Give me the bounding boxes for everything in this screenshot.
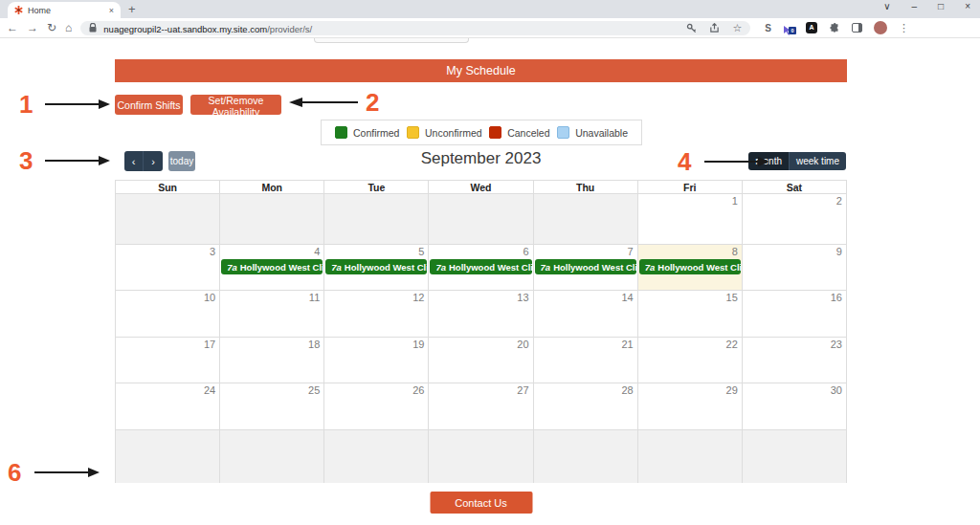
calendar-day[interactable]: 15 (638, 291, 743, 337)
window-minimize-icon[interactable]: – (912, 1, 918, 11)
calendar-day[interactable]: 29 (638, 383, 743, 429)
event-title: Hollywood West Clinic (240, 262, 323, 273)
shift-event-confirmed[interactable]: 7aHollywood West Clinic (325, 259, 427, 274)
date-number: 14 (621, 292, 633, 303)
calendar-day[interactable]: 22 (638, 338, 743, 383)
calendar-day-outside[interactable] (324, 194, 429, 244)
calendar-day-outside[interactable] (116, 194, 220, 244)
home-icon[interactable]: ⌂ (65, 21, 72, 34)
calendar-day-outside[interactable] (534, 430, 638, 483)
calendar-day[interactable]: 17 (116, 338, 220, 383)
bookmark-star-icon[interactable]: ☆ (732, 22, 742, 34)
date-number: 26 (412, 384, 424, 396)
extension-badge: 0 (789, 27, 796, 34)
event-time: 7a (331, 262, 342, 273)
annotation-number-6: 6 (8, 460, 21, 485)
calendar-day[interactable]: 21 (534, 338, 638, 383)
extension-a-icon[interactable]: A (806, 22, 817, 33)
empty-week-row (116, 430, 846, 483)
annotation-number-1: 1 (19, 92, 33, 117)
calendar-day[interactable]: 28 (534, 383, 638, 429)
calendar-day[interactable]: 16 (743, 291, 846, 337)
password-key-icon[interactable] (686, 23, 697, 33)
side-panel-icon[interactable] (852, 23, 862, 33)
annotation-number-3: 3 (19, 148, 33, 173)
shift-event-confirmed[interactable]: 7aHollywood West Clinic (639, 259, 741, 274)
profile-avatar[interactable] (874, 21, 887, 34)
calendar-day[interactable]: 27 (429, 383, 533, 429)
calendar-day-outside[interactable] (220, 430, 324, 483)
calendar-day-outside[interactable] (220, 194, 324, 244)
tab-close-icon[interactable]: × (109, 6, 114, 15)
new-tab-button[interactable]: + (128, 2, 136, 16)
calendar-day[interactable]: 9 (743, 245, 846, 290)
calendar-day[interactable]: 18 (220, 338, 324, 383)
window-menu-chevron-icon[interactable]: ∨ (883, 1, 890, 11)
browser-menu-icon[interactable]: ⋮ (899, 22, 909, 34)
calendar-day-outside[interactable] (534, 194, 638, 244)
calendar-day[interactable]: 13 (429, 291, 533, 337)
inspector-extension-icon[interactable]: 0 (783, 22, 794, 33)
legend-label: Canceled (507, 127, 549, 139)
date-number: 17 (204, 339, 215, 350)
calendar-day-today[interactable]: 87aHollywood West Clinic (638, 245, 743, 290)
date-number: 13 (517, 292, 528, 303)
calendar-day[interactable]: 25 (220, 383, 324, 429)
address-bar[interactable]: nuagegroupil2--uat.sandbox.my.site.com/p… (80, 21, 750, 35)
calendar-day-outside[interactable] (743, 430, 846, 483)
view-week-time-button[interactable]: week time (789, 152, 846, 170)
shift-event-confirmed[interactable]: 7aHollywood West Clinic (430, 259, 531, 274)
calendar-day[interactable]: 1 (638, 194, 743, 244)
window-maximize-icon[interactable]: □ (938, 1, 944, 11)
calendar-day[interactable]: 30 (743, 383, 846, 429)
calendar-day-outside[interactable] (429, 194, 533, 244)
calendar-day[interactable]: 2 (743, 194, 846, 244)
extensions-puzzle-icon[interactable] (829, 22, 840, 33)
forward-icon[interactable]: → (27, 21, 38, 34)
share-icon[interactable] (709, 23, 720, 33)
date-number: 30 (831, 384, 842, 396)
calendar-day[interactable]: 24 (116, 383, 220, 429)
set-remove-availability-button[interactable]: Set/Remove Availability (190, 95, 281, 115)
calendar-day[interactable]: 12 (324, 291, 429, 337)
calendar-day[interactable]: 47aHollywood West Clinic (220, 245, 324, 290)
calendar-day-outside[interactable] (324, 430, 429, 483)
shift-event-confirmed[interactable]: 7aHollywood West Clinic (535, 259, 636, 274)
calendar-day[interactable]: 67aHollywood West Clinic (429, 245, 533, 290)
date-number: 11 (309, 292, 320, 303)
extension-s-icon[interactable]: S (765, 23, 771, 33)
date-number: 19 (412, 339, 424, 350)
annotation-arrow-1 (45, 98, 110, 110)
reload-icon[interactable]: ↻ (47, 21, 56, 34)
shift-event-confirmed[interactable]: 7aHollywood West Clinic (221, 259, 323, 274)
date-number: 5 (418, 246, 424, 257)
contact-us-button[interactable]: Contact Us (430, 492, 532, 514)
event-time: 7a (227, 262, 237, 273)
calendar-day[interactable]: 14 (534, 291, 638, 337)
calendar-day-outside[interactable] (429, 430, 533, 483)
calendar-day-outside[interactable] (638, 430, 743, 483)
calendar-day[interactable]: 20 (429, 338, 533, 383)
calendar-day[interactable]: 23 (743, 338, 846, 383)
date-number: 18 (308, 339, 320, 350)
calendar-day[interactable]: 3 (116, 245, 220, 290)
legend-label: Unavailable (575, 127, 628, 139)
calendar-day[interactable]: 11 (220, 291, 324, 337)
calendar-day-outside[interactable] (116, 430, 220, 483)
window-close-icon[interactable]: × (965, 1, 970, 11)
date-number: 8 (732, 246, 738, 257)
annotation-number-2: 2 (366, 90, 379, 115)
calendar-day[interactable]: 57aHollywood West Clinic (324, 245, 429, 290)
calendar-day[interactable]: 19 (324, 338, 429, 383)
legend-item-unconfirmed: Unconfirmed (407, 126, 482, 139)
calendar-day[interactable]: 77aHollywood West Clinic (534, 245, 638, 290)
confirm-shifts-button[interactable]: Confirm Shifts (115, 95, 183, 115)
annotation-arrow-4 (704, 156, 769, 167)
calendar-day[interactable]: 10 (116, 291, 220, 337)
event-title: Hollywood West Clinic (553, 262, 636, 273)
calendar-day[interactable]: 26 (324, 383, 429, 429)
page-title: My Schedule (115, 59, 847, 82)
browser-tab[interactable]: Home × (8, 2, 121, 18)
lock-icon (89, 23, 97, 33)
back-icon[interactable]: ← (7, 21, 18, 34)
